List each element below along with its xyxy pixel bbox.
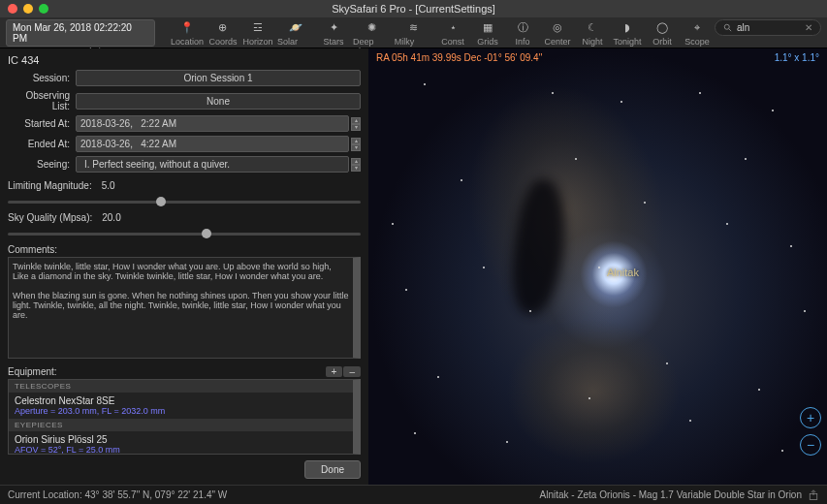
background-star [781, 450, 783, 452]
equipment-item[interactable]: Orion Sirius Plössl 25AFOV = 52°, FL = 2… [9, 431, 353, 455]
equipment-spec: AFOV = 52°, FL = 25.0 mm [15, 445, 347, 455]
ended-stepper[interactable]: ▴▾ [351, 138, 361, 151]
coordinates-readout: RA 05h 41m 39.99s Dec -01° 56' 09.4" [376, 52, 542, 63]
session-select[interactable]: Orion Session 1 [76, 70, 361, 86]
dusk-icon: ◗ [624, 19, 630, 35]
observation-panel: IC 434 Session: Orion Session 1 Observin… [0, 48, 368, 485]
ended-label: Ended At: [8, 139, 76, 149]
info-icon: ⓘ [518, 19, 528, 35]
grid-icon: ▦ [483, 19, 493, 35]
equipment-list[interactable]: TELESCOPESCelestron NexStar 8SEAperture … [8, 379, 361, 455]
toolbar-label: Orbit [652, 37, 672, 47]
location-pin-icon: 📍 [180, 19, 194, 35]
svg-line-1 [729, 28, 732, 31]
equipment-add-button[interactable]: + [326, 366, 343, 377]
sq-slider[interactable] [8, 227, 361, 240]
search-icon [723, 23, 733, 33]
toolbar-label: Const [441, 37, 464, 47]
background-star [598, 267, 600, 268]
star-label: Alnitak [607, 267, 639, 278]
equipment-name: Orion Sirius Plössl 25 [15, 434, 347, 445]
toolbar-label: Stars [324, 37, 344, 47]
equipment-header: EYEPIECES [9, 419, 353, 431]
obslist-select[interactable]: None [76, 93, 361, 110]
toolbar-label: Info [515, 37, 529, 47]
equipment-remove-button[interactable]: – [343, 366, 361, 377]
background-star [414, 432, 416, 434]
limmag-label: Limiting Magnitude: [8, 180, 92, 191]
background-star [506, 441, 508, 443]
comments-textarea[interactable]: Twinkle twinkle, little star, How I wond… [8, 257, 361, 359]
limmag-slider[interactable] [8, 195, 361, 208]
background-star [644, 202, 646, 204]
toolbar-label: Scope [684, 37, 710, 47]
background-star [699, 92, 701, 94]
star-icon: ✦ [330, 19, 338, 35]
toolbar-label: Horizon [242, 37, 272, 47]
status-object-info: Alnitak - Zeta Orionis - Mag 1.7 Variabl… [540, 489, 803, 500]
seeing-stepper[interactable]: ▴▾ [351, 158, 361, 172]
background-star [726, 223, 728, 225]
moon-icon: ☾ [588, 19, 597, 35]
equipment-name: Celestron NexStar 8SE [15, 395, 347, 406]
galaxy-icon: ✺ [367, 19, 376, 35]
milkyway-icon: ≋ [409, 19, 418, 35]
telescope-icon: ⌖ [694, 19, 700, 35]
background-star [437, 376, 439, 378]
share-icon[interactable] [808, 489, 819, 501]
toolbar-label: Grids [477, 37, 498, 47]
zoom-in-button[interactable]: + [800, 407, 821, 428]
limmag-value: 5.0 [102, 180, 115, 191]
target-icon: ⊕ [218, 19, 227, 35]
started-stepper[interactable]: ▴▾ [351, 117, 361, 131]
fov-readout: 1.1° x 1.1° [775, 52, 819, 63]
window-title: SkySafari 6 Pro - [CurrentSettings] [0, 3, 827, 15]
toolbar: Mon Mar 26, 2018 02:22:20 PM Date and Ti… [0, 17, 827, 48]
search-box[interactable]: ✕ [715, 19, 821, 36]
background-star [772, 110, 774, 111]
background-star [790, 245, 792, 247]
background-star [529, 310, 531, 312]
status-bar: Current Location: 43° 38' 55.7" N, 079° … [0, 485, 827, 504]
started-input[interactable] [76, 115, 349, 132]
status-location: Current Location: 43° 38' 55.7" N, 079° … [8, 489, 227, 500]
comments-label: Comments: [8, 244, 361, 255]
seeing-label: Seeing: [8, 159, 76, 170]
background-star [575, 158, 577, 160]
background-star [405, 289, 407, 291]
session-label: Session: [8, 73, 76, 83]
background-star [804, 310, 806, 312]
equipment-header: TELESCOPES [9, 380, 353, 393]
toolbar-label: Center [544, 37, 570, 47]
background-star [392, 223, 394, 225]
sq-label: Sky Quality (Mpsa): [8, 212, 92, 223]
equipment-label: Equipment: [8, 366, 57, 377]
datetime-text: Mon Mar 26, 2018 02:22:20 PM [13, 22, 148, 44]
zoom-out-button[interactable]: − [800, 434, 821, 456]
obslist-label: Observing List: [8, 90, 76, 111]
background-star [758, 389, 760, 391]
background-star [588, 397, 590, 399]
svg-point-0 [724, 24, 729, 29]
orbit-icon: ◯ [656, 19, 668, 35]
toolbar-label: Tonight [613, 37, 641, 47]
background-star [461, 179, 462, 181]
toolbar-label: Coords [208, 37, 237, 47]
toolbar-label: Location [171, 37, 204, 47]
object-name: IC 434 [8, 54, 361, 66]
search-input[interactable] [737, 22, 805, 33]
sq-value: 20.0 [102, 212, 120, 223]
done-button[interactable]: Done [304, 460, 361, 479]
center-icon: ◎ [553, 19, 562, 35]
sky-view[interactable]: RA 05h 41m 39.99s Dec -01° 56' 09.4" 1.1… [368, 48, 827, 485]
titlebar: SkySafari 6 Pro - [CurrentSettings] [0, 0, 827, 17]
equipment-item[interactable]: Celestron NexStar 8SEAperture = 203.0 mm… [9, 393, 353, 419]
toolbar-label: Night [582, 37, 602, 47]
clear-search-icon[interactable]: ✕ [805, 22, 812, 33]
background-star [745, 158, 747, 160]
datetime-display[interactable]: Mon Mar 26, 2018 02:22:20 PM [6, 19, 155, 47]
background-star [689, 420, 691, 422]
seeing-select[interactable]: I. Perfect seeing, without a quiver. [76, 156, 349, 173]
horizon-icon: ☲ [253, 19, 263, 35]
ended-input[interactable] [76, 136, 349, 152]
